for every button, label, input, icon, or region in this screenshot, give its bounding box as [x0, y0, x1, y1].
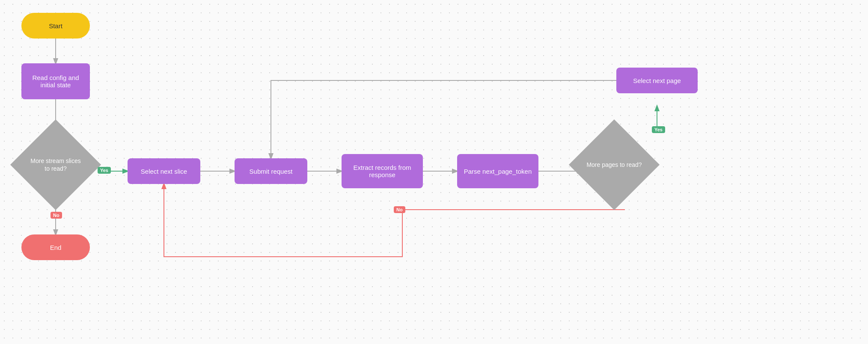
select-next-slice-node: Select next slice [128, 158, 200, 184]
end-label: End [50, 244, 62, 251]
more-pages-no-badge: No [394, 206, 405, 213]
stream-slices-yes-badge: Yes [98, 167, 111, 174]
flowchart-canvas: Start Read config and initial state More… [0, 0, 868, 344]
start-node: Start [21, 13, 90, 39]
select-next-page-label: Select next page [633, 77, 681, 84]
more-pages-container: More pages to read? [582, 133, 646, 197]
stream-slices-no-badge: No [51, 212, 62, 219]
extract-records-node: Extract records from response [342, 154, 423, 188]
read-config-node: Read config and initial state [21, 63, 90, 99]
parse-token-node: Parse next_page_token [457, 154, 538, 188]
more-pages-yes-badge: Yes [652, 126, 665, 133]
parse-token-label: Parse next_page_token [464, 168, 532, 175]
select-next-slice-label: Select next slice [141, 168, 187, 175]
extract-records-label: Extract records from response [348, 164, 417, 178]
more-pages-diamond [569, 119, 660, 210]
read-config-label: Read config and initial state [27, 74, 84, 89]
more-stream-slices-diamond [10, 119, 101, 210]
start-label: Start [49, 22, 62, 30]
end-node: End [21, 234, 90, 260]
submit-request-node: Submit request [235, 158, 307, 184]
select-next-page-node: Select next page [616, 68, 698, 93]
more-stream-slices-container: More stream slices to read? [24, 133, 88, 197]
submit-request-label: Submit request [250, 168, 293, 175]
